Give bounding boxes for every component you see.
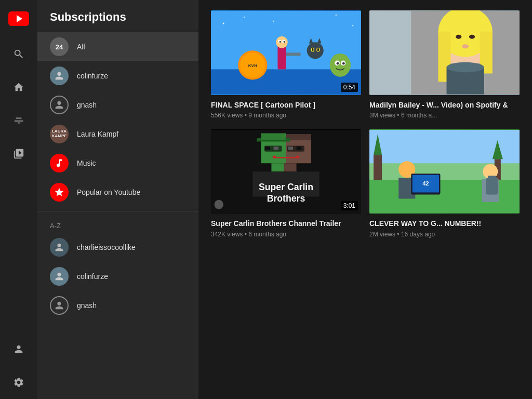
subscription-item-music[interactable]: Music <box>37 149 198 178</box>
youtube-logo[interactable] <box>0 0 37 37</box>
subscription-item-charlie[interactable]: charlieissocoollike <box>37 233 198 262</box>
subscription-name-gnash-az: gnash <box>77 301 97 310</box>
subscription-avatar-popular <box>50 183 69 202</box>
subscription-item-gnash[interactable]: gnash <box>37 90 198 119</box>
svg-point-35 <box>456 35 461 39</box>
final-space-thumbnail-svg: KVN <box>211 10 361 95</box>
svg-point-37 <box>462 44 469 48</box>
subscription-name-music: Music <box>77 159 96 167</box>
video-info-final-space: FINAL SPACE [ Cartoon Pilot ] 556K views… <box>211 95 361 121</box>
subscriptions-title: Subscriptions <box>37 0 198 32</box>
video-age-scb: 6 months ago <box>248 231 286 238</box>
subscription-name-popular: Popular on Youtube <box>77 188 140 196</box>
video-meta-clever: 2M views • 16 days ago <box>369 231 520 238</box>
sidebar-item-account[interactable] <box>0 332 37 366</box>
svg-text:42: 42 <box>422 180 429 187</box>
video-info-madilyn: Madilyn Bailey - W... Video) on Spotify … <box>369 95 520 121</box>
sidebar-item-library[interactable] <box>0 137 37 170</box>
svg-rect-51 <box>296 156 299 158</box>
sidebar-icon-rail <box>0 0 37 399</box>
youtube-logo-icon <box>8 11 29 26</box>
subscriptions-panel: Subscriptions 24 All colinfurze gnash LA… <box>37 0 198 399</box>
search-icon <box>13 48 24 60</box>
svg-rect-48 <box>287 145 304 151</box>
video-age-clever: 16 days ago <box>401 231 435 238</box>
svg-point-27 <box>337 62 339 65</box>
settings-icon <box>13 377 24 388</box>
svg-rect-70 <box>486 178 498 194</box>
sidebar-item-subscriptions[interactable] <box>0 104 37 137</box>
subscription-avatar-all: 24 <box>50 37 69 56</box>
svg-text:Brothers: Brothers <box>267 193 305 204</box>
svg-rect-57 <box>261 133 286 140</box>
subscription-avatar-gnash-az <box>50 296 69 315</box>
video-card-madilyn[interactable]: Madilyn Bailey - W... Video) on Spotify … <box>369 10 520 121</box>
svg-text:KVN: KVN <box>248 63 257 68</box>
video-meta-final-space: 556K views • 9 months ago <box>211 112 361 119</box>
subscription-item-colinfurze[interactable]: colinfurze <box>37 61 198 90</box>
video-dot-4: • <box>397 231 401 238</box>
divider-1 <box>37 211 198 211</box>
sidebar-item-search[interactable] <box>0 37 37 71</box>
video-views-scb: 342K views <box>211 231 243 238</box>
subscription-name-colinfurze: colinfurze <box>77 72 108 80</box>
video-card-scb[interactable]: Super Carlin Brothers 3:01 Super Carlin … <box>211 129 361 240</box>
video-meta-madilyn: 3M views • 6 months a... <box>369 112 520 119</box>
subscriptions-list: 24 All colinfurze gnash LAURAKAMPF Laura… <box>37 32 198 399</box>
video-card-final-space[interactable]: KVN <box>211 10 361 121</box>
subscription-name-charlie: charlieissocoollike <box>77 243 136 251</box>
video-duration-final-space: 0:54 <box>341 83 358 92</box>
svg-point-17 <box>307 42 324 59</box>
video-meta-scb: 342K views • 6 months ago <box>211 231 361 238</box>
video-title-clever: CLEVER WAY TO G... NUMBER!! <box>369 219 520 228</box>
madilyn-thumbnail-svg <box>369 10 520 95</box>
svg-point-24 <box>330 54 351 77</box>
library-icon <box>13 148 24 159</box>
subscription-item-gnash-az[interactable]: gnash <box>37 291 198 320</box>
sidebar-item-home[interactable] <box>0 71 37 104</box>
subscription-avatar-colinfurze <box>50 66 69 85</box>
home-icon <box>13 82 24 93</box>
video-views-final-space: 556K views <box>211 112 243 119</box>
subscription-name-gnash: gnash <box>77 101 97 109</box>
subscriptions-icon <box>13 115 24 126</box>
svg-point-36 <box>469 35 475 39</box>
video-thumbnail-final-space: KVN <box>211 10 361 95</box>
subscription-item-laurakampf[interactable]: LAURAKAMPF Laura Kampf <box>37 119 198 149</box>
subscription-avatar-gnash <box>50 96 69 114</box>
clever-thumbnail-svg: 42 <box>369 129 520 214</box>
subscription-avatar-music <box>50 154 69 172</box>
video-age-final-space: 9 months ago <box>248 112 286 119</box>
sidebar-item-settings[interactable] <box>0 366 37 399</box>
video-grid: KVN <box>211 10 520 240</box>
video-card-clever[interactable]: 42 CLEVER WAY TO G... NUMBER!! 2M views … <box>369 129 520 240</box>
video-thumbnail-madilyn <box>369 10 520 95</box>
az-section-label: A-Z <box>37 216 198 233</box>
svg-point-5 <box>336 15 337 16</box>
svg-rect-60 <box>214 200 223 209</box>
video-thumbnail-scb: Super Carlin Brothers 3:01 <box>211 129 361 214</box>
video-title-madilyn: Madilyn Bailey - W... Video) on Spotify … <box>369 100 520 110</box>
video-thumbnail-clever: 42 <box>369 129 520 214</box>
svg-point-14 <box>280 41 281 43</box>
subscription-avatar-colinfurze-az <box>50 267 69 286</box>
video-info-clever: CLEVER WAY TO G... NUMBER!! 2M views • 1… <box>369 214 520 240</box>
video-dot-2: • <box>397 112 401 119</box>
subscription-item-popular[interactable]: Popular on Youtube <box>37 178 198 207</box>
subscription-name-all: All <box>77 43 85 51</box>
person-icon <box>13 343 24 355</box>
svg-rect-49 <box>273 156 276 158</box>
svg-point-22 <box>312 48 313 51</box>
subscription-item-all[interactable]: 24 All <box>37 32 198 61</box>
subscription-avatar-charlie <box>50 238 69 257</box>
subscription-name-laurakampf: Laura Kampf <box>77 130 118 138</box>
subscription-item-colinfurze-az[interactable]: colinfurze <box>37 262 198 291</box>
main-content: KVN <box>198 0 532 399</box>
subscription-avatar-laurakampf: LAURAKAMPF <box>50 125 69 143</box>
svg-point-3 <box>244 17 245 18</box>
svg-point-15 <box>284 41 285 43</box>
svg-point-23 <box>317 48 319 51</box>
video-info-scb: Super Carlin Brothers Channel Trailer 34… <box>211 214 361 240</box>
svg-rect-64 <box>374 155 382 180</box>
svg-rect-71 <box>488 176 496 179</box>
